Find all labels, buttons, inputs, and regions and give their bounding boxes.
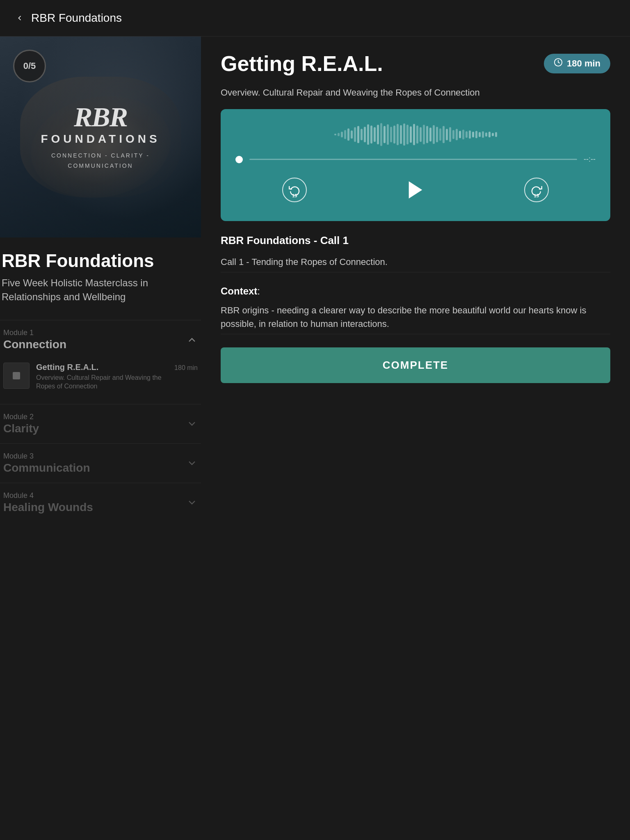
wave-bar xyxy=(449,127,451,142)
module-4-title: Healing Wounds xyxy=(3,501,93,514)
wave-bar xyxy=(370,126,372,144)
module-4-label: Module 4 xyxy=(3,491,93,500)
svg-marker-3 xyxy=(409,181,422,199)
module-item-connection: Module 1 Connection Getting R.E.A.L. xyxy=(0,320,201,404)
forward-button[interactable]: 15 xyxy=(524,178,549,202)
wave-bar xyxy=(439,128,441,141)
module-list: Module 1 Connection Getting R.E.A.L. xyxy=(0,320,201,840)
module-4-header[interactable]: Module 4 Healing Wounds xyxy=(3,491,198,514)
audio-player: --:-- 15 xyxy=(221,109,610,221)
lesson-desc: Overview. Cultural Repair and Weaving th… xyxy=(36,374,168,391)
wave-bar xyxy=(492,133,494,136)
lesson-main-title: Getting R.E.A.L. xyxy=(221,51,383,76)
wave-bar xyxy=(413,124,415,145)
course-logo: RBR FOUNDATIONS CONNECTION - CLARITY - C… xyxy=(41,103,160,171)
back-button[interactable] xyxy=(13,11,26,25)
wave-bar xyxy=(397,124,399,145)
wave-bar xyxy=(403,123,405,146)
module-1-header[interactable]: Module 1 Connection xyxy=(3,329,198,351)
wave-bar xyxy=(475,131,477,138)
rewind-label: 15 xyxy=(292,193,297,198)
wave-bar xyxy=(485,132,487,137)
wave-bar xyxy=(452,130,454,139)
module-item-clarity: Module 2 Clarity xyxy=(0,404,201,443)
module-1-label: Module 1 xyxy=(3,329,66,337)
lesson-info: Getting R.E.A.L. Overview. Cultural Repa… xyxy=(36,363,168,391)
wave-bar xyxy=(495,132,497,137)
duration-badge: 180 min xyxy=(544,54,610,73)
lesson-overview: Overview. Cultural Repair and Weaving th… xyxy=(221,86,610,99)
wave-bar xyxy=(420,127,422,142)
lesson-header: Getting R.E.A.L. 180 min xyxy=(221,51,610,76)
course-subtitle: Five Week Holistic Masterclass in Relati… xyxy=(0,276,201,304)
wave-bar xyxy=(446,129,448,140)
wave-bar xyxy=(423,125,425,144)
wave-bar xyxy=(357,126,359,143)
nav-title: RBR Foundations xyxy=(31,11,122,25)
module-2-header[interactable]: Module 2 Clarity xyxy=(3,413,198,435)
player-controls: 15 15 xyxy=(235,172,596,208)
wave-bar xyxy=(344,130,346,139)
chevron-down-icon xyxy=(186,418,198,429)
wave-bar xyxy=(393,126,395,144)
wave-bar xyxy=(387,124,389,145)
module-3-label: Module 3 xyxy=(3,452,90,461)
top-navigation: RBR Foundations xyxy=(0,0,630,37)
progress-badge: 0/5 xyxy=(13,50,46,82)
wave-bar xyxy=(472,132,474,137)
lesson-thumbnail xyxy=(3,363,30,389)
context-label: Context: xyxy=(221,285,610,297)
call-description: Call 1 - Tending the Ropes of Connection… xyxy=(221,255,610,269)
audio-waveform xyxy=(235,122,596,147)
course-title: RBR Foundations xyxy=(0,251,201,271)
wave-bar xyxy=(377,125,379,144)
context-section: Context: RBR origins - needing a clearer… xyxy=(221,282,610,334)
rewind-button[interactable]: 15 xyxy=(282,178,307,202)
logo-rbr: RBR xyxy=(41,103,160,131)
lesson-item[interactable]: Getting R.E.A.L. Overview. Cultural Repa… xyxy=(3,358,198,396)
time-display: --:-- xyxy=(584,155,596,164)
wave-bar xyxy=(456,129,458,140)
forward-label: 15 xyxy=(534,193,539,198)
wave-bar xyxy=(443,126,445,143)
left-panel: RBR FOUNDATIONS CONNECTION - CLARITY - C… xyxy=(0,37,201,840)
module-3-header[interactable]: Module 3 Communication xyxy=(3,452,198,475)
logo-tagline: CONNECTION - CLARITY - COMMUNICATION xyxy=(41,151,160,171)
chevron-down-icon-2 xyxy=(186,457,198,469)
wave-bar xyxy=(479,132,481,137)
wave-bar xyxy=(364,127,366,142)
wave-bar xyxy=(390,127,392,142)
duration-text: 180 min xyxy=(567,58,600,69)
module-item-healing: Module 4 Healing Wounds xyxy=(0,483,201,522)
main-content: RBR FOUNDATIONS CONNECTION - CLARITY - C… xyxy=(0,37,630,840)
course-image: RBR FOUNDATIONS CONNECTION - CLARITY - C… xyxy=(0,37,201,237)
wave-bar xyxy=(354,127,356,142)
chevron-up-icon xyxy=(186,334,198,346)
logo-foundations: FOUNDATIONS xyxy=(41,132,160,146)
wave-bar xyxy=(380,123,382,146)
progress-track[interactable] xyxy=(249,159,577,160)
lesson-title: Getting R.E.A.L. xyxy=(36,363,168,372)
wave-bar xyxy=(338,133,340,136)
wave-bar xyxy=(351,130,353,139)
wave-bar xyxy=(426,126,428,143)
module-3-title: Communication xyxy=(3,461,90,475)
wave-bar xyxy=(400,125,402,144)
wave-bar xyxy=(367,124,369,145)
chevron-down-icon-3 xyxy=(186,497,198,508)
wave-bar xyxy=(488,132,491,137)
wave-bar xyxy=(469,130,471,139)
wave-bar xyxy=(410,126,412,143)
complete-button[interactable]: COMPLETE xyxy=(221,347,610,383)
play-button[interactable] xyxy=(401,175,430,205)
wave-bar xyxy=(416,126,418,144)
player-progress[interactable]: --:-- xyxy=(235,155,596,164)
wave-bar xyxy=(406,125,409,144)
progress-indicator xyxy=(235,156,243,163)
wave-bar xyxy=(433,125,435,144)
wave-bar xyxy=(482,131,484,138)
wave-bar xyxy=(462,130,464,139)
clock-icon xyxy=(554,58,563,69)
wave-bar xyxy=(383,126,386,143)
lesson-duration: 180 min xyxy=(174,363,198,372)
